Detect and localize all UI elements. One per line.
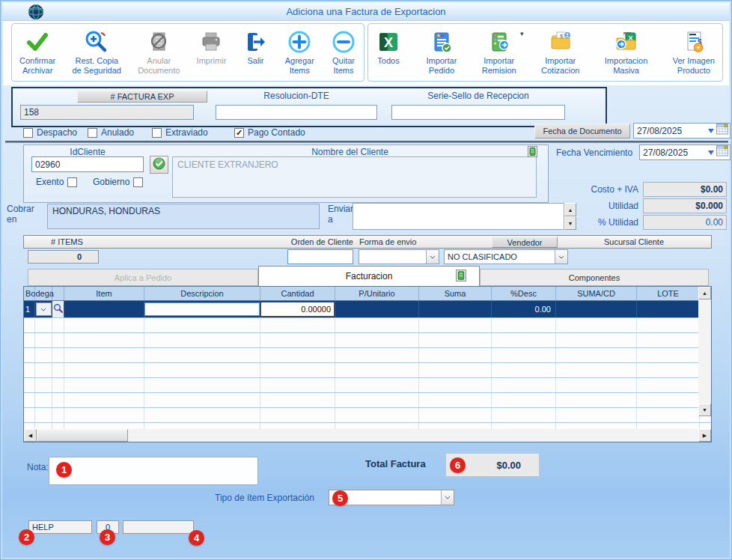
scroll-up-icon[interactable]: ▲ [698,287,711,299]
pago-contado-label: Pago Contado [248,127,305,138]
punitario-cell[interactable] [335,301,419,317]
restore-backup-button[interactable]: Rest. Copia de Seguridad [72,28,121,76]
import-quote-button[interactable]: $ Importar Cotizacion [541,28,579,76]
scroll-down-icon[interactable]: ▼ [698,404,711,416]
gobierno-checkbox[interactable]: Gobierno [93,177,143,187]
add-items-button[interactable]: Agregar Items [285,28,314,76]
vendedor-dropdown[interactable]: NO CLASIFICADO [444,249,568,264]
grid-row-selected[interactable]: 1 0.00000 0.00 [24,301,711,318]
help-field[interactable]: HELP [28,520,92,534]
date-dropdown-arrow-icon[interactable] [708,129,714,133]
view-product-image-button[interactable]: $ Ver Imagen Producto [673,28,715,76]
fecha-documento-picker[interactable]: 27/08/2025 [633,123,731,139]
enviar-a-spinner[interactable]: ▲ ▼ [564,203,576,230]
green-document-mini-icon[interactable] [528,146,537,160]
id-cliente-field[interactable]: 02960 [31,156,144,172]
sumacd-cell[interactable] [556,301,637,317]
tab-label: Facturacion [346,271,393,281]
validate-client-button[interactable] [150,156,168,174]
pago-contado-checkbox[interactable]: ✓ Pago Contado [234,127,305,138]
checkbox-box[interactable] [67,177,77,187]
bulk-import-button[interactable]: X Importacion Masiva [605,28,647,76]
scrollbar-thumb[interactable] [37,429,128,442]
nombre-cliente-value: CLIENTE EXTRANJERO [177,159,278,170]
todos-button[interactable]: X Todos [376,28,401,66]
import-remission-button[interactable]: ▾ Importar Remision [482,28,516,76]
chevron-down-icon[interactable] [36,302,52,316]
bodega-combo-cell[interactable] [35,301,52,317]
checkbox-box[interactable] [23,128,33,138]
item-cell[interactable] [64,301,144,317]
bulk-import-icon: X [614,28,639,55]
suma-cell[interactable] [419,301,492,317]
enviar-a-textarea[interactable] [353,203,564,230]
pctdesc-cell[interactable]: 0.00 [492,301,556,317]
scroll-left-icon[interactable]: ◀ [24,429,37,442]
fecha-vencimiento-picker[interactable]: 27/08/2025 [639,144,731,160]
grid-col-suma: Suma [419,287,492,300]
lote-cell[interactable] [637,301,700,317]
grid-empty-rows [24,318,711,438]
checkbox-box[interactable]: ✓ [234,128,244,138]
chevron-down-icon[interactable]: ▾ [520,30,524,37]
tab-aplica-a-pedido: Aplica a Pedido [28,269,258,286]
tab-componentes[interactable]: Componentes [480,269,709,286]
pct-utilidad-field: 0.00 [643,215,727,230]
calendar-icon[interactable] [716,124,728,138]
nota-field[interactable] [49,457,258,485]
spinner-up-icon[interactable]: ▲ [564,203,576,216]
factura-exp-header-button[interactable]: # FACTURA EXP [77,91,207,103]
exit-button[interactable]: Salir [243,28,268,66]
checkbox-box[interactable] [88,128,97,138]
anulado-checkbox[interactable]: Anulado [88,127,134,138]
nota-label: Nota: [27,462,49,472]
factura-exp-label: # FACTURA EXP [111,92,174,101]
cantidad-edit-field[interactable]: 0.00000 [260,302,335,317]
despacho-checkbox[interactable]: Despacho [23,127,77,138]
descripcion-edit-field[interactable] [144,302,260,316]
vendedor-header-button[interactable]: Vendedor [492,237,558,248]
extraviado-checkbox[interactable]: Extraviado [152,127,208,138]
fecha-documento-button[interactable]: Fecha de Documento [534,124,630,139]
serie-sello-field[interactable] [391,105,565,120]
import-order-button[interactable]: Importar Pedido [426,28,457,76]
cobrar-en-label: Cobrar en [7,204,46,225]
annotation-badge-6: 6 [450,457,466,473]
gobierno-label: Gobierno [93,177,129,187]
chevron-down-icon[interactable] [426,250,439,264]
orden-cliente-field[interactable] [287,249,353,264]
toolbar-left-group: Confirmar Archivar Rest. Copia de Seguri… [11,23,365,82]
date-dropdown-arrow-icon[interactable] [708,150,714,155]
confirm-archive-button[interactable]: Confirmar Archivar [19,28,55,76]
green-document-mini-icon[interactable] [456,270,466,284]
grid-horizontal-scrollbar[interactable]: ◀ ▶ [24,429,711,442]
scrollbar-track[interactable] [128,429,698,442]
factura-number-field[interactable]: 158 [20,105,194,120]
descripcion-cell[interactable] [144,301,260,317]
checkbox-box[interactable] [152,128,162,138]
scroll-right-icon[interactable]: ▶ [698,429,711,442]
tab-facturacion[interactable]: Facturacion [258,266,480,286]
cantidad-cell[interactable]: 0.00000 [260,301,335,317]
svg-text:X: X [384,35,393,50]
spinner-down-icon[interactable]: ▼ [564,216,576,230]
calendar-icon[interactable] [716,145,728,159]
exento-checkbox[interactable]: Exento [36,177,77,187]
fecha-documento-value: 27/08/2025 [637,126,706,136]
annotation-badge-5: 5 [332,490,348,506]
extra-field[interactable] [123,520,194,534]
forma-envio-dropdown[interactable] [359,249,439,264]
resolucion-dte-field[interactable] [216,105,377,120]
cobrar-en-field[interactable]: HONDURAS, HONDURAS [47,204,320,229]
invoice-items-grid: Bodega Item Descripcion Cantidad P/Unita… [23,286,712,442]
chevron-down-icon[interactable] [441,490,454,505]
id-cliente-label: IdCliente [31,147,144,157]
remove-items-button[interactable]: Quitar Items [331,28,356,76]
scrollbar-track[interactable] [698,299,711,404]
pct-utilidad-value: 0.00 [706,217,723,228]
nombre-cliente-field[interactable]: CLIENTE EXTRANJERO [172,156,537,198]
grid-vertical-scrollbar[interactable]: ▲ ▼ [698,287,711,429]
chevron-down-icon[interactable] [555,250,567,264]
item-search-cell[interactable] [52,301,64,317]
checkbox-box[interactable] [133,177,143,187]
